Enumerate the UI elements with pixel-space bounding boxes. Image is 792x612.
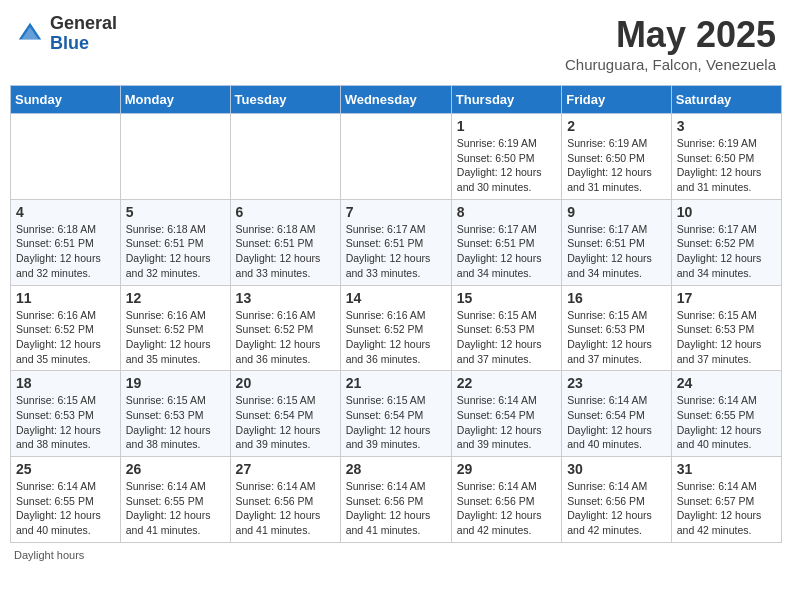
day-info: Sunrise: 6:14 AM Sunset: 6:54 PM Dayligh… [567,394,652,450]
day-info: Sunrise: 6:18 AM Sunset: 6:51 PM Dayligh… [126,223,211,279]
day-number: 16 [567,290,666,306]
day-number: 31 [677,461,776,477]
day-number: 11 [16,290,115,306]
weekday-row: SundayMondayTuesdayWednesdayThursdayFrid… [11,86,782,114]
day-info: Sunrise: 6:14 AM Sunset: 6:56 PM Dayligh… [346,480,431,536]
calendar-cell [340,114,451,200]
day-number: 7 [346,204,446,220]
day-number: 1 [457,118,556,134]
day-info: Sunrise: 6:19 AM Sunset: 6:50 PM Dayligh… [457,137,542,193]
day-number: 10 [677,204,776,220]
day-number: 24 [677,375,776,391]
logo-general-text: General [50,14,117,34]
month-title: May 2025 [565,14,776,56]
day-number: 4 [16,204,115,220]
calendar-cell: 15Sunrise: 6:15 AM Sunset: 6:53 PM Dayli… [451,285,561,371]
day-info: Sunrise: 6:16 AM Sunset: 6:52 PM Dayligh… [16,309,101,365]
footer-note: Daylight hours [10,549,782,561]
calendar-cell: 4Sunrise: 6:18 AM Sunset: 6:51 PM Daylig… [11,199,121,285]
day-number: 18 [16,375,115,391]
day-info: Sunrise: 6:14 AM Sunset: 6:56 PM Dayligh… [457,480,542,536]
logo-text: General Blue [50,14,117,54]
calendar-cell: 21Sunrise: 6:15 AM Sunset: 6:54 PM Dayli… [340,371,451,457]
weekday-header: Wednesday [340,86,451,114]
calendar-week-row: 18Sunrise: 6:15 AM Sunset: 6:53 PM Dayli… [11,371,782,457]
calendar-week-row: 11Sunrise: 6:16 AM Sunset: 6:52 PM Dayli… [11,285,782,371]
day-number: 20 [236,375,335,391]
day-number: 3 [677,118,776,134]
daylight-note: Daylight hours [14,549,84,561]
day-info: Sunrise: 6:15 AM Sunset: 6:54 PM Dayligh… [346,394,431,450]
calendar-cell: 30Sunrise: 6:14 AM Sunset: 6:56 PM Dayli… [562,457,672,543]
day-number: 12 [126,290,225,306]
calendar-cell: 20Sunrise: 6:15 AM Sunset: 6:54 PM Dayli… [230,371,340,457]
calendar-week-row: 1Sunrise: 6:19 AM Sunset: 6:50 PM Daylig… [11,114,782,200]
weekday-header: Friday [562,86,672,114]
location-text: Churuguara, Falcon, Venezuela [565,56,776,73]
day-info: Sunrise: 6:14 AM Sunset: 6:56 PM Dayligh… [236,480,321,536]
calendar-cell: 7Sunrise: 6:17 AM Sunset: 6:51 PM Daylig… [340,199,451,285]
weekday-header: Sunday [11,86,121,114]
day-number: 14 [346,290,446,306]
day-info: Sunrise: 6:15 AM Sunset: 6:54 PM Dayligh… [236,394,321,450]
day-number: 9 [567,204,666,220]
calendar-body: 1Sunrise: 6:19 AM Sunset: 6:50 PM Daylig… [11,114,782,543]
calendar-header: SundayMondayTuesdayWednesdayThursdayFrid… [11,86,782,114]
day-info: Sunrise: 6:14 AM Sunset: 6:56 PM Dayligh… [567,480,652,536]
day-number: 15 [457,290,556,306]
calendar-cell: 12Sunrise: 6:16 AM Sunset: 6:52 PM Dayli… [120,285,230,371]
day-number: 26 [126,461,225,477]
day-info: Sunrise: 6:14 AM Sunset: 6:54 PM Dayligh… [457,394,542,450]
day-number: 22 [457,375,556,391]
day-info: Sunrise: 6:15 AM Sunset: 6:53 PM Dayligh… [16,394,101,450]
calendar-cell: 17Sunrise: 6:15 AM Sunset: 6:53 PM Dayli… [671,285,781,371]
weekday-header: Thursday [451,86,561,114]
day-info: Sunrise: 6:14 AM Sunset: 6:55 PM Dayligh… [16,480,101,536]
calendar-cell: 5Sunrise: 6:18 AM Sunset: 6:51 PM Daylig… [120,199,230,285]
day-number: 23 [567,375,666,391]
calendar-cell: 2Sunrise: 6:19 AM Sunset: 6:50 PM Daylig… [562,114,672,200]
calendar-table: SundayMondayTuesdayWednesdayThursdayFrid… [10,85,782,543]
calendar-cell: 6Sunrise: 6:18 AM Sunset: 6:51 PM Daylig… [230,199,340,285]
day-info: Sunrise: 6:17 AM Sunset: 6:51 PM Dayligh… [346,223,431,279]
day-number: 29 [457,461,556,477]
weekday-header: Saturday [671,86,781,114]
day-info: Sunrise: 6:17 AM Sunset: 6:51 PM Dayligh… [457,223,542,279]
calendar-cell: 9Sunrise: 6:17 AM Sunset: 6:51 PM Daylig… [562,199,672,285]
day-info: Sunrise: 6:15 AM Sunset: 6:53 PM Dayligh… [457,309,542,365]
calendar-cell: 18Sunrise: 6:15 AM Sunset: 6:53 PM Dayli… [11,371,121,457]
day-number: 19 [126,375,225,391]
calendar-cell [120,114,230,200]
calendar-cell: 28Sunrise: 6:14 AM Sunset: 6:56 PM Dayli… [340,457,451,543]
calendar-cell: 27Sunrise: 6:14 AM Sunset: 6:56 PM Dayli… [230,457,340,543]
calendar-cell: 11Sunrise: 6:16 AM Sunset: 6:52 PM Dayli… [11,285,121,371]
calendar-cell [230,114,340,200]
calendar-cell: 23Sunrise: 6:14 AM Sunset: 6:54 PM Dayli… [562,371,672,457]
calendar-cell: 14Sunrise: 6:16 AM Sunset: 6:52 PM Dayli… [340,285,451,371]
day-info: Sunrise: 6:14 AM Sunset: 6:55 PM Dayligh… [677,394,762,450]
calendar-cell: 10Sunrise: 6:17 AM Sunset: 6:52 PM Dayli… [671,199,781,285]
title-block: May 2025 Churuguara, Falcon, Venezuela [565,14,776,73]
day-info: Sunrise: 6:17 AM Sunset: 6:52 PM Dayligh… [677,223,762,279]
weekday-header: Tuesday [230,86,340,114]
day-info: Sunrise: 6:15 AM Sunset: 6:53 PM Dayligh… [567,309,652,365]
day-number: 25 [16,461,115,477]
calendar-cell: 29Sunrise: 6:14 AM Sunset: 6:56 PM Dayli… [451,457,561,543]
calendar-cell: 31Sunrise: 6:14 AM Sunset: 6:57 PM Dayli… [671,457,781,543]
day-info: Sunrise: 6:16 AM Sunset: 6:52 PM Dayligh… [346,309,431,365]
day-number: 5 [126,204,225,220]
day-info: Sunrise: 6:19 AM Sunset: 6:50 PM Dayligh… [567,137,652,193]
day-number: 8 [457,204,556,220]
calendar-week-row: 4Sunrise: 6:18 AM Sunset: 6:51 PM Daylig… [11,199,782,285]
calendar-cell: 13Sunrise: 6:16 AM Sunset: 6:52 PM Dayli… [230,285,340,371]
day-info: Sunrise: 6:15 AM Sunset: 6:53 PM Dayligh… [677,309,762,365]
day-info: Sunrise: 6:17 AM Sunset: 6:51 PM Dayligh… [567,223,652,279]
calendar-cell: 24Sunrise: 6:14 AM Sunset: 6:55 PM Dayli… [671,371,781,457]
calendar-cell [11,114,121,200]
day-number: 21 [346,375,446,391]
day-number: 30 [567,461,666,477]
day-number: 6 [236,204,335,220]
day-number: 27 [236,461,335,477]
calendar-week-row: 25Sunrise: 6:14 AM Sunset: 6:55 PM Dayli… [11,457,782,543]
day-number: 17 [677,290,776,306]
